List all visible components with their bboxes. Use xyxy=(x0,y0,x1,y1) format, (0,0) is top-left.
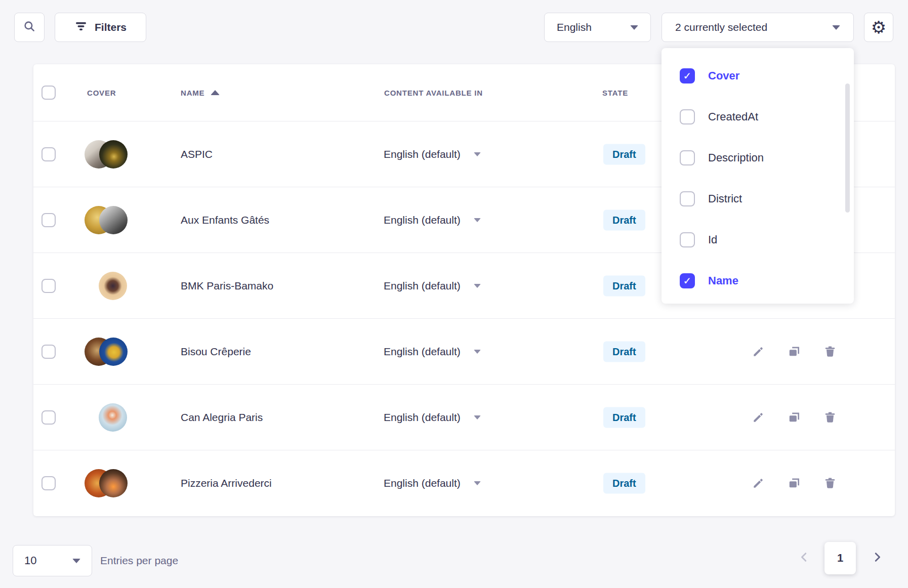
entry-name: Aux Enfants Gâtés xyxy=(181,214,269,226)
select-all-checkbox[interactable] xyxy=(42,86,56,100)
edit-button[interactable] xyxy=(751,345,765,359)
entry-name: Bisou Crêperie xyxy=(181,346,251,358)
entry-name: Can Alegria Paris xyxy=(181,411,263,424)
previous-page-button[interactable] xyxy=(794,548,814,568)
locale-cell-value: English (default) xyxy=(384,411,461,424)
column-option-description[interactable]: ✓ Description xyxy=(662,137,854,178)
locale-cell-select[interactable]: English (default) xyxy=(384,411,481,424)
row-checkbox[interactable] xyxy=(42,476,56,490)
chevron-down-icon xyxy=(832,25,840,30)
locale-select-value: English xyxy=(557,21,592,33)
locale-cell-select[interactable]: English (default) xyxy=(384,280,481,292)
duplicate-icon xyxy=(788,411,801,424)
duplicate-button[interactable] xyxy=(787,345,801,359)
trash-icon xyxy=(823,477,837,490)
column-visibility-select[interactable]: 2 currently selected xyxy=(662,13,854,42)
duplicate-button[interactable] xyxy=(787,476,801,490)
chevron-right-icon xyxy=(872,552,883,565)
chevron-down-icon xyxy=(72,559,80,563)
table-row: Bisou Crêperie English (default) Draft xyxy=(33,319,895,385)
column-header-content-available-in[interactable]: CONTENT AVAILABLE IN xyxy=(384,64,483,121)
search-button[interactable] xyxy=(14,13,45,42)
column-option-checkbox[interactable]: ✓ xyxy=(680,273,695,288)
column-option-name[interactable]: ✓ Name xyxy=(662,260,854,301)
locale-cell-select[interactable]: English (default) xyxy=(384,148,481,160)
delete-button[interactable] xyxy=(823,476,837,490)
column-header-state[interactable]: STATE xyxy=(602,64,628,121)
row-checkbox[interactable] xyxy=(42,147,56,161)
chevron-down-icon xyxy=(474,415,481,419)
delete-button[interactable] xyxy=(823,410,837,425)
settings-button[interactable]: ⚙ xyxy=(864,13,893,42)
cover-cell xyxy=(85,469,133,497)
locale-cell-value: English (default) xyxy=(384,477,461,489)
locale-cell-select[interactable]: English (default) xyxy=(384,477,481,489)
column-visibility-dropdown: ✓ Cover ✓ CreatedAt ✓ Description ✓ Dist… xyxy=(662,48,854,304)
gear-icon: ⚙ xyxy=(871,19,886,36)
edit-button[interactable] xyxy=(751,476,765,490)
row-actions xyxy=(751,476,837,490)
column-option-district[interactable]: ✓ District xyxy=(662,178,854,219)
chevron-down-icon xyxy=(474,152,481,156)
page-number-label: 1 xyxy=(837,552,843,565)
pencil-icon xyxy=(752,477,765,490)
cover-cell xyxy=(85,272,133,300)
cover-thumbnail-brick-pizza-oven-photo xyxy=(99,469,128,497)
column-option-checkbox[interactable]: ✓ xyxy=(680,150,695,165)
entries-per-page-label: Entries per page xyxy=(100,545,178,576)
column-option-checkbox[interactable]: ✓ xyxy=(680,68,695,83)
locale-cell-value: English (default) xyxy=(384,214,461,226)
column-option-createdat[interactable]: ✓ CreatedAt xyxy=(662,96,854,137)
column-option-label: Description xyxy=(708,151,764,164)
row-actions xyxy=(751,410,837,425)
column-option-label: District xyxy=(708,192,742,205)
table-row: Pizzeria Arrivederci English (default) D… xyxy=(33,450,895,516)
row-checkbox[interactable] xyxy=(42,213,56,227)
status-badge: Draft xyxy=(603,341,645,362)
next-page-button[interactable] xyxy=(867,548,887,568)
column-option-cover[interactable]: ✓ Cover xyxy=(662,55,854,96)
check-icon: ✓ xyxy=(683,70,692,82)
column-option-id[interactable]: ✓ Id xyxy=(662,219,854,260)
row-checkbox[interactable] xyxy=(42,345,56,359)
cover-thumbnail-bowl-on-wood-photo xyxy=(99,272,127,300)
locale-cell-value: English (default) xyxy=(384,280,461,292)
entry-name: Pizzeria Arrivederci xyxy=(181,477,272,489)
dropdown-scrollbar[interactable] xyxy=(845,83,850,213)
chevron-down-icon xyxy=(474,284,481,288)
duplicate-icon xyxy=(788,477,801,490)
duplicate-button[interactable] xyxy=(787,410,801,425)
edit-button[interactable] xyxy=(751,410,765,425)
column-header-cover[interactable]: COVER xyxy=(87,64,116,121)
filter-icon xyxy=(74,21,88,34)
column-option-checkbox[interactable]: ✓ xyxy=(680,109,695,124)
page-size-value: 10 xyxy=(24,554,36,567)
column-option-checkbox[interactable]: ✓ xyxy=(680,232,695,247)
locale-select[interactable]: English xyxy=(544,13,651,42)
status-badge: Draft xyxy=(603,209,645,230)
row-checkbox[interactable] xyxy=(42,410,56,425)
cover-cell xyxy=(85,140,133,169)
locale-cell-select[interactable]: English (default) xyxy=(384,214,481,226)
column-header-name[interactable]: NAME xyxy=(181,64,220,121)
cover-cell xyxy=(85,338,133,366)
filters-button-label: Filters xyxy=(95,21,127,33)
row-checkbox[interactable] xyxy=(42,279,56,293)
status-badge: Draft xyxy=(603,407,645,428)
cover-cell xyxy=(85,206,133,234)
page-size-select[interactable]: 10 xyxy=(13,545,92,576)
trash-icon xyxy=(823,345,837,358)
status-badge: Draft xyxy=(603,144,645,164)
filters-button[interactable]: Filters xyxy=(55,13,146,42)
cover-thumbnail-plates-on-light-table-photo xyxy=(99,403,127,432)
column-option-checkbox[interactable]: ✓ xyxy=(680,191,695,206)
column-visibility-options: ✓ Cover ✓ CreatedAt ✓ Description ✓ Dist… xyxy=(662,55,854,301)
column-option-label: Name xyxy=(708,274,738,287)
pencil-icon xyxy=(752,345,765,358)
column-option-label: Id xyxy=(708,233,717,246)
delete-button[interactable] xyxy=(823,345,837,359)
entry-name: BMK Paris-Bamako xyxy=(181,280,273,292)
check-icon: ✓ xyxy=(683,275,692,287)
page-number-button[interactable]: 1 xyxy=(824,542,856,574)
locale-cell-select[interactable]: English (default) xyxy=(384,346,481,358)
